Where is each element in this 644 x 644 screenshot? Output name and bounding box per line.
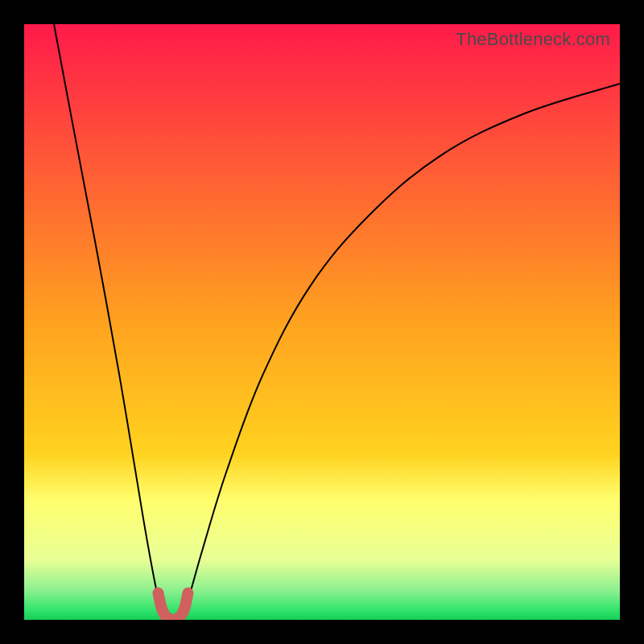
curve-highlight <box>159 593 188 620</box>
plot-area: TheBottleneck.com <box>24 24 620 620</box>
curve-svg <box>24 24 620 620</box>
bottleneck-curve <box>54 24 620 620</box>
outer-frame: TheBottleneck.com <box>0 0 644 644</box>
